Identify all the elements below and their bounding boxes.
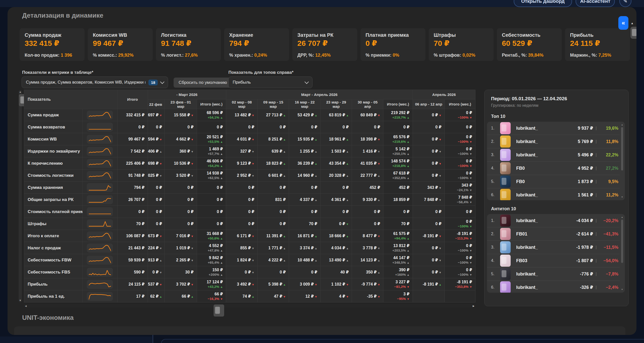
table-row[interactable]: Стоимость платной приемки0 ₽0 ₽0 ₽0 ₽0 ₽… xyxy=(24,206,475,218)
scroll-up-icon[interactable]: ▲ xyxy=(19,91,22,93)
table-cell: 0 ₽ ▼ xyxy=(413,266,445,278)
list-item[interactable]: 5.FB01 873 ₽|9,5% xyxy=(487,175,620,188)
column-header[interactable]: 30 мар - 05 апр xyxy=(352,99,383,109)
list-item[interactable]: 4.FB04 952 ₽|27,2% xyxy=(487,161,620,175)
product-value: -4 034 ₽ xyxy=(576,218,593,223)
kpi-card: Сумма продаж332 415 ₽Кол-во продаж: 1 39… xyxy=(20,28,85,61)
kpi-sub-label: % комисс.: xyxy=(93,53,118,58)
table-row[interactable]: Сумма хранения794 ₽0 ₽0 ₽0 ₽0 ₽0 ₽0 ₽0 ₽… xyxy=(24,182,475,194)
product-percent: −11,5% xyxy=(599,245,618,250)
kpi-card: Платная приемка0 ₽% приемки: 0% xyxy=(360,28,425,61)
column-header-metric[interactable]: Показатель xyxy=(24,90,117,109)
table-cell: 0 ₽ xyxy=(289,266,320,278)
column-header[interactable]: 02 мар - 08 мар xyxy=(226,99,258,109)
reset-defaults-button[interactable]: Сбросить по умолчанию xyxy=(174,78,232,88)
kpi-value: 60 529 ₽ xyxy=(502,39,557,48)
scrollbar-thumb[interactable] xyxy=(621,127,623,170)
product-percent: 9,5% xyxy=(599,179,618,184)
scroll-up-icon[interactable]: ▲ xyxy=(621,216,623,218)
scrollbar-thumb[interactable] xyxy=(214,304,224,317)
table-cell: 26 707 ₽ xyxy=(117,194,148,206)
scroll-left-icon[interactable]: ◀ xyxy=(25,304,27,307)
list-item[interactable]: 3.lubrikant_5 496 ₽|22,2% xyxy=(487,148,620,161)
list-item[interactable]: 6.lubrikant_-326 ₽|−2,4% xyxy=(487,281,620,293)
scroll-down-icon[interactable]: ▼ xyxy=(621,196,623,198)
table-horizontal-scrollbar[interactable]: ◀ ▶ xyxy=(24,304,475,307)
table-row[interactable]: Штрафы70 ₽0 ₽0 ₽0 ₽0 ₽0 ₽70 ₽0 ₽ ▼0 ₽70 … xyxy=(24,218,475,230)
scroll-down-icon[interactable]: ▼ xyxy=(621,288,623,291)
metrics-multiselect[interactable]: Сумма продаж, Сумма возвратов, Комиссия … xyxy=(22,77,168,88)
table-row[interactable]: К перечислению225 406 ₽2 698 ₽ ▼10 536 ₽… xyxy=(24,157,475,169)
unit-economics-card xyxy=(14,326,625,335)
table-cell: 4 034 ₽ ▲ xyxy=(320,242,352,254)
table-row[interactable]: Налог с продаж21 443 ₽1 224 ₽ ▼1 019 ₽ ▼… xyxy=(24,242,475,254)
table-cell: 225 406 ₽ xyxy=(117,157,148,169)
table-row[interactable]: Издержки по эквайрингу7 542 ₽406 ₽ ▲360 … xyxy=(24,145,475,157)
table-cell: 9 123 ₽ ▼ xyxy=(226,157,258,169)
column-header[interactable]: Итого (мес.) xyxy=(197,99,226,109)
kpi-sub-label: % штрафов: xyxy=(434,53,462,58)
kpi-title: Штрафы xyxy=(434,32,489,38)
sparkline xyxy=(87,280,113,289)
column-header[interactable]: 23 мар - 29 мар xyxy=(320,99,352,109)
list-scrollbar[interactable]: ▲▼ xyxy=(621,124,623,198)
table-row[interactable]: Итого к оплате106 087 ₽3 673 ₽ ▼7 016 ₽ … xyxy=(24,230,475,242)
list-item[interactable]: 5.lubrikant_-776 ₽|−7,8% xyxy=(487,267,620,281)
kpi-sub-label: Рентаб., %: xyxy=(502,53,528,58)
column-header[interactable]: Итого (мес.) xyxy=(445,99,475,109)
list-item[interactable]: 2.lubrikant_5 769 ₽|11,8% xyxy=(487,135,620,148)
table-row[interactable]: Общие затраты на РК26 707 ₽0 ₽0 ₽0 ₽0 ₽8… xyxy=(24,194,475,206)
column-header[interactable]: 06 апр - 12 апр xyxy=(413,99,445,109)
list-item[interactable]: 4.FB03-1 807 ₽|−54,0% xyxy=(487,254,620,267)
table-row[interactable]: Сумма возвратов0 ₽0 ₽0 ₽0 ₽0 ₽0 ₽0 ₽0 ₽0… xyxy=(24,121,475,133)
table-row[interactable]: Сумма продаж332 415 ₽3 697 ₽ ▼15 558 ₽ ▼… xyxy=(24,109,475,121)
table-cell: 4 552 ₽+47,8% ▲ xyxy=(197,242,226,254)
scrollbar-thumb[interactable] xyxy=(630,27,636,39)
table-row[interactable]: Прибыль на 1 ед.17 ₽62 ₽ ▲66 ₽ ▲66 ₽−16,… xyxy=(24,290,475,302)
list-item[interactable]: 1.lubrikant_9 937 ₽|19,6% xyxy=(487,122,620,135)
list-item[interactable]: 6.lubrikant_1 561 ₽|11,2% xyxy=(487,188,620,200)
table-vertical-scrollbar[interactable]: ▲ ▼ xyxy=(19,90,22,302)
column-header[interactable]: 09 мар - 15 мар xyxy=(258,99,289,109)
table-row[interactable]: Стоимость логистики91 748 ₽4 025 ₽ ▼3 52… xyxy=(24,169,475,182)
column-header[interactable]: 16 мар - 22 мар xyxy=(289,99,320,109)
sparkline-cell xyxy=(83,230,117,242)
table-row[interactable]: Комиссия WB99 467 ₽5 594 ₽ ▼4 662 ₽ ▼20 … xyxy=(24,133,475,145)
kpi-sub-value: 12,45% xyxy=(315,53,331,58)
kpi-sub-label: Маржин., %: xyxy=(570,53,598,58)
list-item[interactable]: 1.lubrikant_-4 034 ₽|−20,2% xyxy=(487,214,620,227)
metric-label: Общие затраты на РК xyxy=(24,194,83,206)
column-header[interactable]: Итого (мес.) xyxy=(383,99,413,109)
metric-label: Издержки по эквайрингу xyxy=(24,145,83,157)
scroll-right-icon[interactable]: ▶ xyxy=(473,304,474,307)
open-dashboard-button[interactable]: Открыть дашборд xyxy=(514,0,572,7)
collapse-panel-button[interactable]: « xyxy=(618,16,628,30)
scrollbar-thumb[interactable] xyxy=(621,220,623,263)
ai-assistant-button[interactable]: AI-ассистент xyxy=(576,0,615,7)
table-row[interactable]: Себестоимость FBW59 939 ₽2 913 ₽ ▲2 265 … xyxy=(24,254,475,266)
product-thumbnail xyxy=(500,268,511,280)
list-item[interactable]: 2.FB01-2 614 ₽|−41,3% xyxy=(487,227,620,241)
scroll-up-icon[interactable]: ▲ xyxy=(630,22,634,25)
scroll-up-icon[interactable]: ▲ xyxy=(621,124,623,126)
column-header[interactable]: - 22 фев xyxy=(148,99,165,109)
table-cell: 13 812 ₽+203,5% ▲ xyxy=(383,242,413,254)
table-row[interactable]: Прибыль24 115 ₽4 537 ₽ ▼3 702 ₽ ▼17 124 … xyxy=(24,278,475,290)
panel-vertical-scrollbar[interactable]: ▲ xyxy=(630,22,634,333)
table-row[interactable]: Себестоимость FBS590 ₽0 ₽ ▼30 ₽150 ₽+200… xyxy=(24,266,475,278)
product-thumbnail xyxy=(500,162,511,174)
list-scrollbar[interactable]: ▲▼ xyxy=(621,216,623,291)
metric-label: Стоимость платной приемки xyxy=(24,206,83,218)
kpi-sub-value: 1 396 xyxy=(61,53,72,58)
list-item[interactable]: 3.lubrikant_-1 978 ₽|−11,5% xyxy=(487,241,620,254)
table-cell: 0 ₽−100% ▼ xyxy=(445,169,475,182)
table-cell: 0 ₽ xyxy=(258,182,289,194)
scroll-down-icon[interactable]: ▼ xyxy=(19,299,22,302)
column-header[interactable]: 23 фев - 01 мар xyxy=(165,99,197,109)
table-cell: 60 849 ₽ ▼ xyxy=(352,109,383,121)
column-group-header: Апрель 2026 xyxy=(413,90,475,99)
column-header-total[interactable]: Итого xyxy=(117,90,148,109)
tops-select[interactable]: Прибыль xyxy=(228,77,312,88)
table-cell: 0 ₽−100% ▼ xyxy=(445,145,475,157)
table-cell: 0 ₽ xyxy=(148,194,165,206)
